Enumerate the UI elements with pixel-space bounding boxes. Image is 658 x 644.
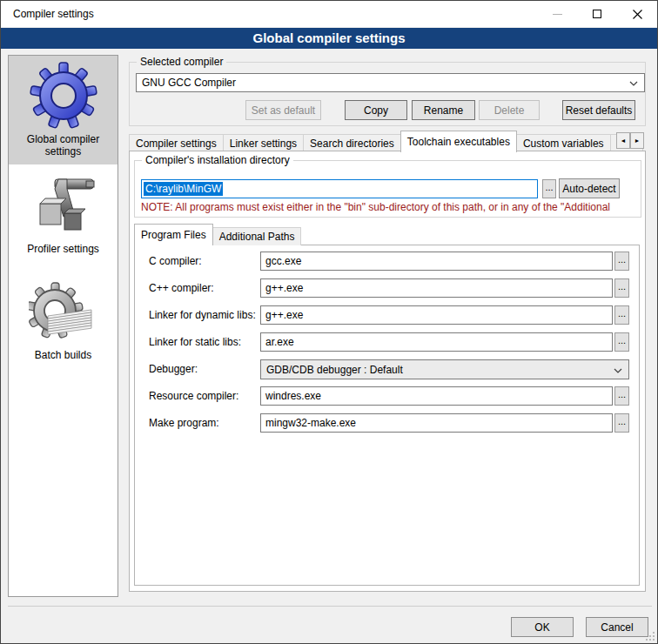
rename-button[interactable]: Rename xyxy=(412,100,475,120)
c-compiler-input[interactable]: gcc.exe xyxy=(260,252,613,271)
sidebar-item-label: Batch builds xyxy=(9,347,118,368)
selected-compiler-group-label: Selected compiler xyxy=(137,56,226,68)
maximize-button[interactable] xyxy=(577,1,617,27)
make-program-value: mingw32-make.exe xyxy=(265,417,356,429)
sidebar-item-label: Profiler settings xyxy=(9,241,118,262)
sidebar-item-global-compiler-settings[interactable]: Global compiler settings xyxy=(9,56,118,164)
linker-for-static-libs-input[interactable]: ar.exe xyxy=(260,332,613,352)
linker-for-dynamic-libs-value: g++.exe xyxy=(265,309,303,321)
compiler-tabstrip: Compiler settings Linker settings Search… xyxy=(129,130,642,152)
window-title: Compiler settings xyxy=(13,8,94,20)
c-compiler-value: gcc.exe xyxy=(265,255,301,267)
tab-custom-variables[interactable]: Custom variables xyxy=(516,134,611,152)
make-program-input[interactable]: mingw32-make.exe xyxy=(260,413,613,433)
bin-subdirectory-note: NOTE: All programs must exist either in … xyxy=(141,201,640,213)
copy-button[interactable]: Copy xyxy=(345,100,407,120)
tab-search-directories[interactable]: Search directories xyxy=(303,134,401,152)
linker-for-dynamic-libs-browse-button[interactable]: ... xyxy=(614,305,629,325)
tab-toolchain-executables[interactable]: Toolchain executables xyxy=(400,131,517,152)
maximize-icon xyxy=(593,10,601,18)
chevron-down-icon xyxy=(614,368,622,373)
tab-scroll-right-icon: ► xyxy=(634,138,641,144)
cancel-button[interactable]: Cancel xyxy=(586,617,648,637)
footer-divider xyxy=(8,606,652,607)
resource-compiler-value: windres.exe xyxy=(265,390,321,402)
installation-directory-input[interactable]: C:\raylib\MinGW xyxy=(141,179,538,198)
resource-compiler-input[interactable]: windres.exe xyxy=(260,386,613,406)
sidebar-item-label: Global compiler settings xyxy=(9,131,118,164)
sidebar-item-profiler-settings[interactable]: Profiler settings xyxy=(9,164,118,262)
caliper-icon xyxy=(29,171,98,241)
linker-for-static-libs-browse-button[interactable]: ... xyxy=(614,332,629,352)
resize-grip-icon[interactable] xyxy=(646,632,655,641)
settings-category-list: Global compiler settings Profiler settin… xyxy=(8,55,118,597)
minimize-icon xyxy=(553,14,562,15)
make-program-browse-button[interactable]: ... xyxy=(614,413,629,433)
minimize-button[interactable] xyxy=(537,1,577,27)
cpp-compiler-value: g++.exe xyxy=(265,282,303,294)
installation-directory-browse-button[interactable]: ... xyxy=(542,179,556,198)
cpp-compiler-input[interactable]: g++.exe xyxy=(260,278,613,298)
sidebar-item-batch-builds[interactable]: Batch builds xyxy=(9,262,118,368)
tab-scroll-left-icon: ◄ xyxy=(621,138,627,144)
chevron-down-icon xyxy=(629,81,638,86)
reset-defaults-button[interactable]: Reset defaults xyxy=(562,100,635,120)
titlebar: Compiler settings xyxy=(1,1,657,27)
compiler-settings-window: Compiler settings Global compiler settin… xyxy=(0,0,658,644)
compiler-select[interactable]: GNU GCC Compiler xyxy=(136,73,645,92)
auto-detect-button[interactable]: Auto-detect xyxy=(559,178,620,198)
compiler-select-value: GNU GCC Compiler xyxy=(142,77,236,89)
tab-scroll-left-button[interactable]: ◄ xyxy=(616,132,630,149)
tab-additional-paths[interactable]: Additional Paths xyxy=(212,227,302,245)
tab-linker-settings[interactable]: Linker settings xyxy=(223,134,304,152)
gear-blue-icon xyxy=(29,60,98,131)
delete-button[interactable]: Delete xyxy=(479,100,540,120)
set-as-default-button[interactable]: Set as default xyxy=(245,100,321,120)
linker-for-dynamic-libs-input[interactable]: g++.exe xyxy=(260,305,613,325)
debugger-value: GDB/CDB debugger : Default xyxy=(266,364,403,376)
caption-buttons xyxy=(537,1,657,27)
installation-directory-group-label: Compiler's installation directory xyxy=(142,154,293,166)
c-compiler-browse-button[interactable]: ... xyxy=(614,252,629,271)
resource-compiler-browse-button[interactable]: ... xyxy=(614,386,629,406)
paths-tabstrip: Program Files Additional Paths xyxy=(134,225,300,245)
tab-scroll-right-button[interactable]: ► xyxy=(630,132,644,149)
tab-program-files[interactable]: Program Files xyxy=(134,224,213,245)
close-icon xyxy=(633,10,642,19)
page-title: Global compiler settings xyxy=(1,28,657,49)
installation-directory-value: C:\raylib\MinGW xyxy=(144,182,223,196)
debugger-select[interactable]: GDB/CDB debugger : Default xyxy=(260,359,629,379)
linker-for-static-libs-value: ar.exe xyxy=(265,336,294,348)
tab-compiler-settings[interactable]: Compiler settings xyxy=(129,134,224,152)
close-button[interactable] xyxy=(617,1,657,27)
cpp-compiler-browse-button[interactable]: ... xyxy=(614,278,629,298)
gear-stack-icon xyxy=(29,281,98,347)
ok-button[interactable]: OK xyxy=(511,617,574,637)
